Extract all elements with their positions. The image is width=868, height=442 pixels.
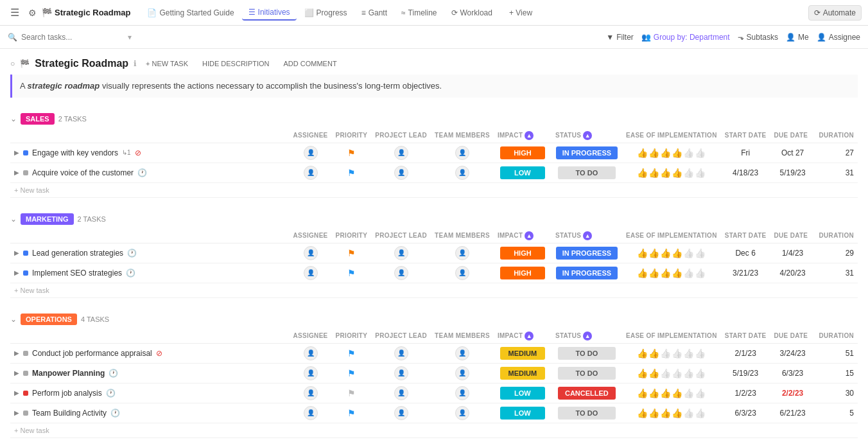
stop-icon[interactable]: ⊘ — [156, 349, 162, 358]
impact-badge[interactable]: LOW — [500, 387, 545, 400]
priority-flag-icon[interactable]: ⚑ — [347, 168, 356, 178]
avatar[interactable]: 👤 — [304, 346, 318, 360]
col-sort-icon[interactable]: ▲ — [583, 231, 592, 240]
thumb-active-icon[interactable]: 👍 — [637, 248, 648, 258]
task-impact[interactable]: HIGH — [494, 143, 551, 163]
avatar[interactable]: 👤 — [304, 146, 318, 160]
task-start-date[interactable]: 3/21/23 — [721, 263, 770, 283]
status-badge[interactable]: IN PROGRESS — [556, 146, 618, 159]
avatar[interactable]: 👤 — [455, 266, 469, 280]
thumb-active-icon[interactable]: 👍 — [648, 408, 659, 418]
col-sort-icon[interactable]: ▲ — [525, 231, 534, 240]
task-start-date[interactable]: 1/2/23 — [721, 383, 770, 403]
task-team-members[interactable]: 👤 — [431, 363, 494, 383]
avatar[interactable]: 👤 — [394, 166, 408, 180]
thumb-active-icon[interactable]: 👍 — [660, 168, 671, 178]
thumb-inactive-icon[interactable]: 👍 — [683, 148, 694, 158]
task-name-text[interactable]: Perform job analysis — [32, 389, 102, 398]
thumb-active-icon[interactable]: 👍 — [637, 268, 648, 278]
task-priority[interactable]: ⚑ — [332, 143, 372, 163]
task-project-lead[interactable]: 👤 — [371, 243, 431, 263]
task-due-date[interactable]: Oct 27 — [770, 143, 815, 163]
thumb-active-icon[interactable]: 👍 — [672, 168, 682, 178]
new-task-link[interactable]: + New task — [14, 186, 49, 194]
section-toggle-marketing[interactable]: ⌄ — [10, 215, 17, 224]
new-task-link[interactable]: + New task — [14, 287, 49, 294]
avatar[interactable]: 👤 — [304, 386, 318, 400]
task-start-date[interactable]: 6/3/23 — [721, 403, 770, 423]
task-status[interactable]: TO DO — [551, 343, 622, 363]
task-team-members[interactable]: 👤 — [431, 243, 494, 263]
thumb-inactive-icon[interactable]: 👍 — [695, 348, 706, 358]
task-assignee[interactable]: 👤 — [290, 243, 332, 263]
thumb-active-icon[interactable]: 👍 — [637, 148, 648, 158]
nav-tab-add-view[interactable]: + View — [500, 6, 539, 20]
thumb-inactive-icon[interactable]: 👍 — [683, 348, 694, 358]
task-status[interactable]: TO DO — [551, 163, 622, 182]
task-due-date[interactable]: 6/21/23 — [770, 403, 815, 423]
new-task-link[interactable]: + New task — [14, 427, 49, 434]
task-impact[interactable]: HIGH — [494, 263, 551, 283]
thumb-active-icon[interactable]: 👍 — [660, 408, 671, 418]
impact-badge[interactable]: LOW — [500, 407, 545, 420]
task-assignee[interactable]: 👤 — [290, 363, 332, 383]
task-priority[interactable]: ⚑ — [332, 403, 372, 423]
stop-icon[interactable]: ⊘ — [135, 148, 141, 157]
avatar[interactable]: 👤 — [455, 406, 469, 420]
task-assignee[interactable]: 👤 — [290, 343, 332, 363]
task-project-lead[interactable]: 👤 — [371, 403, 431, 423]
status-badge[interactable]: TO DO — [558, 347, 616, 360]
task-name-text[interactable]: Team Building Activity — [32, 409, 107, 418]
info-icon[interactable]: ℹ — [134, 59, 137, 68]
project-expand-icon[interactable]: ○ — [10, 59, 15, 68]
nav-tab-workload[interactable]: ⟳Workload — [445, 6, 499, 20]
task-expand-arrow[interactable]: ▶ — [14, 369, 19, 376]
avatar[interactable]: 👤 — [455, 166, 469, 180]
task-name-text[interactable]: Lead generation strategies — [32, 249, 123, 258]
avatar[interactable]: 👤 — [394, 386, 408, 400]
task-assignee[interactable]: 👤 — [290, 163, 332, 182]
avatar[interactable]: 👤 — [455, 366, 469, 380]
avatar[interactable]: 👤 — [394, 266, 408, 280]
nav-tab-gantt[interactable]: ≡Gantt — [355, 6, 394, 20]
task-assignee[interactable]: 👤 — [290, 143, 332, 163]
col-sort-icon[interactable]: ▲ — [525, 131, 534, 140]
thumb-inactive-icon[interactable]: 👍 — [683, 408, 694, 418]
avatar[interactable]: 👤 — [394, 146, 408, 160]
priority-flag-icon[interactable]: ⚑ — [347, 148, 356, 158]
impact-badge[interactable]: HIGH — [500, 267, 545, 279]
impact-badge[interactable]: HIGH — [500, 146, 545, 159]
subtasks-button[interactable]: ⬎ Subtasks — [738, 33, 778, 42]
impact-badge[interactable]: MEDIUM — [500, 367, 545, 380]
thumb-active-icon[interactable]: 👍 — [637, 168, 648, 178]
impact-badge[interactable]: HIGH — [500, 247, 545, 260]
thumb-inactive-icon[interactable]: 👍 — [695, 248, 706, 258]
thumb-active-icon[interactable]: 👍 — [637, 388, 648, 398]
status-badge[interactable]: TO DO — [558, 367, 616, 380]
avatar[interactable]: 👤 — [304, 266, 318, 280]
avatar[interactable]: 👤 — [455, 246, 469, 260]
thumb-inactive-icon[interactable]: 👍 — [683, 268, 694, 278]
task-expand-arrow[interactable]: ▶ — [14, 409, 19, 416]
priority-flag-icon[interactable]: ⚑ — [347, 248, 356, 258]
avatar[interactable]: 👤 — [304, 246, 318, 260]
me-button[interactable]: 👤 Me — [786, 33, 809, 42]
thumb-inactive-icon[interactable]: 👍 — [683, 368, 694, 378]
section-toggle-sales[interactable]: ⌄ — [10, 114, 17, 123]
nav-tab-progress[interactable]: ⬜Progress — [298, 6, 354, 20]
task-due-date[interactable]: 1/4/23 — [770, 243, 815, 263]
task-priority[interactable]: ⚑ — [332, 343, 372, 363]
task-expand-arrow[interactable]: ▶ — [14, 169, 19, 176]
avatar[interactable]: 👤 — [455, 346, 469, 360]
assignee-button[interactable]: 👤 Assignee — [817, 33, 860, 42]
task-project-lead[interactable]: 👤 — [371, 163, 431, 182]
thumb-active-icon[interactable]: 👍 — [660, 388, 671, 398]
task-start-date[interactable]: 4/18/23 — [721, 163, 770, 182]
avatar[interactable]: 👤 — [455, 386, 469, 400]
task-expand-arrow[interactable]: ▶ — [14, 349, 19, 357]
task-expand-arrow[interactable]: ▶ — [14, 269, 19, 276]
avatar[interactable]: 👤 — [304, 166, 318, 180]
task-name-text[interactable]: Engage with key vendors — [32, 148, 118, 157]
task-impact[interactable]: LOW — [494, 403, 551, 423]
thumb-active-icon[interactable]: 👍 — [637, 348, 648, 358]
